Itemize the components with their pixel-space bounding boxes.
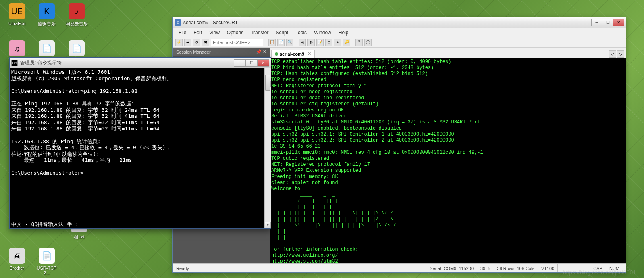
app-icon: UE [9, 3, 25, 19]
desktop-icon-USR-TCP2...[interactable]: 📄USR-TCP2... [35, 248, 59, 275]
window-title: serial-com9 - SecureCRT [183, 20, 592, 25]
tool-connect-icon[interactable]: ⚡ [175, 39, 183, 46]
cmd-maximize-button[interactable]: ☐ [245, 59, 258, 67]
app-icon: ♪ [69, 3, 85, 19]
toolbar: ⚡ ⇄ ↻ ✖ 📋 📄 🔍 🖨 ⇅ 📝 ⚙ ✦ 🔑 ? ⓘ [173, 37, 626, 48]
menu-help[interactable]: Help [335, 29, 352, 36]
desktop-icon-label: UltraEdit [5, 21, 29, 26]
session-manager-header: Session Manager 📌 ✕ [173, 48, 270, 56]
minimize-button[interactable]: ─ [591, 19, 602, 26]
desktop-icon-label: Brother [5, 265, 29, 270]
tab-serial-com9[interactable]: serial-com9 ✕ [271, 50, 315, 58]
menubar: FileEditViewOptionsTransferScriptToolsWi… [173, 28, 626, 37]
status-size: 39 Rows, 109 Cols [494, 264, 538, 272]
menu-window[interactable]: Window [311, 29, 334, 36]
tool-paste-icon[interactable]: 📄 [277, 39, 285, 46]
desktop-icon-label: 档.txt [67, 234, 91, 240]
tool-about-icon[interactable]: ⓘ [364, 39, 372, 46]
cmd-title-text: 管理员: 命令提示符 [20, 59, 234, 66]
file-icon: 📄 [69, 40, 85, 56]
scroll-down-icon[interactable]: ▼ [265, 222, 271, 228]
desktop-icon-label: 酷狗音乐 [35, 21, 59, 27]
tool-help-icon[interactable]: ? [355, 39, 363, 46]
desktop-icon-UltraEdit[interactable]: UEUltraEdit [5, 3, 29, 26]
tool-options-icon[interactable]: ⚙ [325, 39, 332, 46]
desktop-icon-网易云音乐[interactable]: ♪网易云音乐 [64, 3, 89, 27]
maximize-button[interactable]: ☐ [602, 19, 613, 26]
session-manager-title: Session Manager [176, 50, 211, 54]
close-button[interactable]: ✕ [613, 19, 624, 26]
tool-disconnect-icon[interactable]: ✖ [202, 39, 209, 46]
cmd-output[interactable]: Microsoft Windows [版本 6.1.7601] 版权所有 (c)… [10, 68, 271, 228]
titlebar[interactable]: ⧉ serial-com9 - SecureCRT ─ ☐ ✕ [173, 17, 626, 28]
cmd-minimize-button[interactable]: ─ [234, 59, 246, 67]
desktop-icon[interactable]: 📄 [35, 40, 59, 58]
scroll-thumb[interactable] [265, 75, 270, 91]
tab-label: serial-com9 [280, 52, 304, 56]
desktop-icon-Brother[interactable]: 🖨Brother [5, 248, 29, 270]
tool-print-icon[interactable]: 🖨 [299, 39, 306, 46]
app-icon: ⧉ [175, 19, 181, 26]
tool-copy-icon[interactable]: 📋 [268, 39, 276, 46]
menu-tools[interactable]: Tools [292, 29, 310, 36]
cmd-window: C:\ 管理员: 命令提示符 ─ ☐ ✕ Microsoft Windows [… [9, 57, 271, 229]
cmd-titlebar[interactable]: C:\ 管理员: 命令提示符 ─ ☐ ✕ [10, 58, 271, 68]
menu-view[interactable]: View [206, 29, 223, 36]
cmd-close-button[interactable]: ✕ [257, 59, 269, 67]
menu-file[interactable]: File [175, 29, 189, 36]
tool-reconnect-icon[interactable]: ↻ [193, 39, 200, 46]
terminal-area: serial-com9 ✕ ◁ ▷ TCP established hash t… [270, 48, 626, 263]
menu-edit[interactable]: Edit [190, 29, 205, 36]
status-cursor-pos: 39, 5 [477, 264, 493, 272]
status-ready: Ready [176, 266, 189, 271]
tool-quick-connect-icon[interactable]: ⇄ [184, 39, 191, 46]
tool-script-icon[interactable]: ✦ [334, 39, 341, 46]
desktop-icon-酷狗音乐[interactable]: K酷狗音乐 [35, 3, 59, 27]
tab-bar: serial-com9 ✕ ◁ ▷ [270, 48, 626, 58]
file-icon: 📄 [39, 40, 55, 56]
pin-icon[interactable]: 📌 ✕ [256, 49, 266, 54]
app-icon: K [39, 3, 55, 19]
file-icon: ♫ [9, 40, 25, 56]
cmd-scrollbar[interactable]: ▲ ▼ [264, 68, 271, 228]
tool-find-icon[interactable]: 🔍 [286, 39, 293, 46]
desktop-icon[interactable]: 📄 [64, 40, 89, 58]
app-icon: 📄 [39, 248, 55, 264]
status-dot-icon [275, 52, 278, 56]
menu-options[interactable]: Options [224, 29, 247, 36]
status-serial: Serial: COM9, 115200 [426, 264, 477, 272]
menu-transfer[interactable]: Transfer [247, 29, 272, 36]
tab-next-icon[interactable]: ▷ [617, 50, 624, 58]
terminal-output[interactable]: TCP established hash table entries: 512 … [270, 58, 626, 263]
status-vt: VT100 [538, 264, 557, 272]
app-icon: 🖨 [9, 248, 25, 264]
desktop-icon[interactable]: ♫ [5, 40, 29, 58]
status-bar: Ready Serial: COM9, 115200 39, 5 39 Rows… [173, 263, 626, 272]
menu-script[interactable]: Script [272, 29, 291, 36]
ime-status: 中文 - QQ拼音输入法 半 : [11, 221, 79, 228]
desktop-icon-label: USR-TCP2... [35, 265, 59, 275]
desktop-icon-label: 网易云音乐 [64, 21, 89, 27]
tab-prev-icon[interactable]: ◁ [609, 50, 616, 58]
watermark: https://blog.csdn.net/jccf0001 [563, 269, 636, 276]
tool-log-icon[interactable]: 📝 [316, 39, 324, 46]
tool-transfer-icon[interactable]: ⇅ [307, 39, 315, 46]
cmd-icon: C:\ [11, 60, 18, 66]
tool-key-icon[interactable]: 🔑 [343, 39, 350, 46]
host-input[interactable] [211, 39, 263, 46]
tab-close-icon[interactable]: ✕ [307, 51, 311, 56]
